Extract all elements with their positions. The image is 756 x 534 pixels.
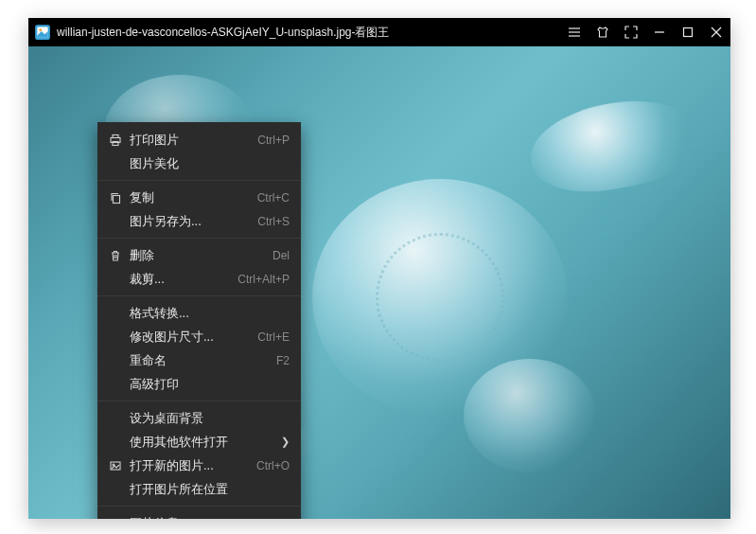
menu-item-shortcut: Ctrl+O (256, 459, 290, 472)
menu-item-label: 高级打印 (130, 376, 179, 393)
menu-separator (97, 506, 301, 507)
menu-item-label: 格式转换... (130, 305, 189, 322)
menu-item-label: 裁剪... (130, 271, 165, 288)
menu-item[interactable]: 删除Del (97, 243, 301, 267)
menu-item[interactable]: 高级打印 (97, 372, 301, 396)
menu-item-shortcut: Ctrl+S (257, 215, 290, 228)
menu-separator (97, 238, 301, 239)
menu-item-label: 复制 (130, 189, 154, 206)
skin-icon[interactable] (589, 18, 617, 46)
menu-item-shortcut: Del (273, 249, 290, 262)
menu-item-label: 修改图片尺寸... (130, 329, 214, 346)
image-viewport[interactable]: 打印图片Ctrl+P图片美化复制Ctrl+C图片另存为...Ctrl+S删除De… (28, 46, 730, 519)
menu-item[interactable]: 格式转换... (97, 301, 301, 325)
menu-item-label: 打开新的图片... (130, 457, 214, 474)
minimize-button[interactable] (645, 18, 674, 46)
fullscreen-icon[interactable] (617, 18, 645, 46)
menu-item-label: 设为桌面背景 (130, 410, 203, 427)
image-content (524, 89, 707, 203)
image-content (464, 359, 596, 472)
title-filename: willian-justen-de-vasconcellos-ASKGjAeIY… (57, 26, 351, 39)
menu-item[interactable]: 使用其他软件打开❯ (97, 430, 301, 454)
menu-item[interactable]: 打开图片所在位置 (97, 477, 301, 501)
titlebar: willian-justen-de-vasconcellos-ASKGjAeIY… (28, 18, 730, 46)
menu-item[interactable]: 打开新的图片...Ctrl+O (97, 454, 301, 477)
menu-separator (97, 295, 301, 296)
menu-item[interactable]: 打印图片Ctrl+P (97, 128, 301, 151)
menu-item-label: 图片美化 (130, 155, 179, 172)
menu-item-label: 图片信息 (130, 515, 179, 520)
menu-item[interactable]: 裁剪...Ctrl+Alt+P (97, 267, 301, 291)
menu-separator (97, 180, 301, 181)
menu-item-label: 删除 (130, 247, 154, 264)
menu-item[interactable]: 图片美化 (97, 151, 301, 175)
menu-item[interactable]: 设为桌面背景 (97, 406, 301, 430)
menu-item-shortcut: Ctrl+P (257, 134, 290, 147)
svg-rect-13 (114, 195, 120, 203)
menu-icon[interactable] (560, 18, 589, 46)
menu-item[interactable]: 复制Ctrl+C (97, 186, 301, 209)
menu-item[interactable]: 图片信息 (97, 511, 301, 519)
title-appname: 看图王 (355, 25, 389, 41)
image-icon (107, 459, 124, 472)
menu-separator (97, 400, 301, 401)
menu-item-shortcut: Ctrl+Alt+P (237, 273, 290, 286)
menu-item-shortcut: Ctrl+E (257, 330, 290, 344)
print-icon (107, 134, 124, 147)
svg-rect-7 (684, 28, 693, 37)
copy-icon (107, 191, 124, 205)
menu-item[interactable]: 重命名F2 (97, 348, 301, 372)
context-menu: 打印图片Ctrl+P图片美化复制Ctrl+C图片另存为...Ctrl+S删除De… (97, 122, 301, 519)
menu-item-label: 使用其他软件打开 (130, 434, 228, 451)
chevron-right-icon: ❯ (281, 436, 290, 448)
delete-icon (107, 249, 124, 262)
menu-item-label: 打开图片所在位置 (130, 481, 228, 498)
close-button[interactable] (702, 18, 730, 46)
menu-item-label: 重命名 (130, 352, 167, 369)
menu-item-shortcut: F2 (276, 354, 290, 367)
maximize-button[interactable] (674, 18, 702, 46)
app-icon (34, 24, 51, 41)
menu-item[interactable]: 图片另存为...Ctrl+S (97, 209, 301, 233)
svg-point-2 (39, 28, 42, 31)
menu-item-shortcut: Ctrl+C (257, 191, 290, 205)
menu-item-label: 打印图片 (130, 132, 179, 149)
app-window: willian-justen-de-vasconcellos-ASKGjAeIY… (28, 18, 730, 519)
menu-item-label: 图片另存为... (130, 213, 202, 230)
menu-item[interactable]: 修改图片尺寸...Ctrl+E (97, 325, 301, 348)
